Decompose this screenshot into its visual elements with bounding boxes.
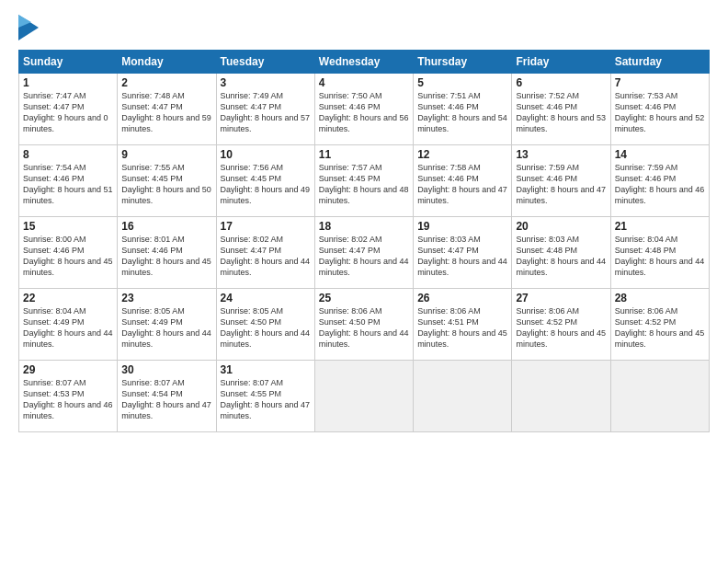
week-row-1: 1Sunrise: 7:47 AMSunset: 4:47 PMDaylight… [19,74,710,145]
empty-cell [314,361,413,432]
day-cell-31: 31Sunrise: 8:07 AMSunset: 4:55 PMDayligh… [216,361,314,432]
week-row-4: 22Sunrise: 8:04 AMSunset: 4:49 PMDayligh… [19,289,710,361]
logo-icon [18,15,39,40]
day-number: 21 [615,220,705,233]
calendar-body: 1Sunrise: 7:47 AMSunset: 4:47 PMDaylight… [19,74,710,432]
day-number: 10 [221,148,311,161]
day-number: 8 [23,148,113,161]
day-cell-14: 14Sunrise: 7:59 AMSunset: 4:46 PMDayligh… [610,145,709,217]
day-info: Sunrise: 7:56 AMSunset: 4:45 PMDaylight:… [221,162,311,207]
day-cell-29: 29Sunrise: 8:07 AMSunset: 4:53 PMDayligh… [19,361,118,432]
day-cell-11: 11Sunrise: 7:57 AMSunset: 4:45 PMDayligh… [314,145,413,217]
day-info: Sunrise: 7:59 AMSunset: 4:46 PMDaylight:… [615,162,705,207]
day-number: 27 [516,292,606,304]
week-row-3: 15Sunrise: 8:00 AMSunset: 4:46 PMDayligh… [19,217,710,289]
day-cell-8: 8Sunrise: 7:54 AMSunset: 4:46 PMDaylight… [19,145,118,217]
day-cell-21: 21Sunrise: 8:04 AMSunset: 4:48 PMDayligh… [610,217,709,289]
calendar-header: SundayMondayTuesdayWednesdayThursdayFrid… [19,51,710,74]
day-cell-22: 22Sunrise: 8:04 AMSunset: 4:49 PMDayligh… [19,289,118,361]
day-info: Sunrise: 7:55 AMSunset: 4:45 PMDaylight:… [121,162,211,207]
day-number: 2 [121,76,211,89]
day-number: 4 [319,76,409,89]
day-cell-18: 18Sunrise: 8:02 AMSunset: 4:47 PMDayligh… [314,217,413,289]
day-info: Sunrise: 8:03 AMSunset: 4:47 PMDaylight:… [417,234,507,279]
day-cell-27: 27Sunrise: 8:06 AMSunset: 4:52 PMDayligh… [512,289,610,361]
day-cell-24: 24Sunrise: 8:05 AMSunset: 4:50 PMDayligh… [216,289,314,361]
day-info: Sunrise: 8:06 AMSunset: 4:52 PMDaylight:… [615,305,705,350]
day-number: 7 [615,76,705,89]
day-number: 23 [121,292,211,304]
day-number: 25 [319,292,409,304]
day-number: 22 [23,292,113,304]
day-info: Sunrise: 7:48 AMSunset: 4:47 PMDaylight:… [121,90,211,135]
day-cell-16: 16Sunrise: 8:01 AMSunset: 4:46 PMDayligh… [118,217,216,289]
header [18,15,710,40]
header-saturday: Saturday [610,51,709,74]
header-friday: Friday [512,51,610,74]
day-number: 17 [221,220,311,233]
week-row-2: 8Sunrise: 7:54 AMSunset: 4:46 PMDaylight… [19,145,710,217]
header-monday: Monday [118,51,216,74]
day-info: Sunrise: 7:49 AMSunset: 4:47 PMDaylight:… [221,90,311,135]
day-cell-19: 19Sunrise: 8:03 AMSunset: 4:47 PMDayligh… [414,217,512,289]
day-cell-7: 7Sunrise: 7:53 AMSunset: 4:46 PMDaylight… [610,74,709,145]
day-info: Sunrise: 7:57 AMSunset: 4:45 PMDaylight:… [319,162,409,207]
header-thursday: Thursday [414,51,512,74]
day-number: 26 [417,292,507,304]
day-cell-12: 12Sunrise: 7:58 AMSunset: 4:46 PMDayligh… [414,145,512,217]
day-info: Sunrise: 7:53 AMSunset: 4:46 PMDaylight:… [615,90,705,135]
day-number: 28 [615,292,705,304]
day-cell-5: 5Sunrise: 7:51 AMSunset: 4:46 PMDaylight… [414,74,512,145]
day-cell-23: 23Sunrise: 8:05 AMSunset: 4:49 PMDayligh… [118,289,216,361]
day-info: Sunrise: 7:54 AMSunset: 4:46 PMDaylight:… [23,162,113,207]
day-number: 20 [516,220,606,233]
day-cell-15: 15Sunrise: 8:00 AMSunset: 4:46 PMDayligh… [19,217,118,289]
header-tuesday: Tuesday [216,51,314,74]
day-info: Sunrise: 8:03 AMSunset: 4:48 PMDaylight:… [516,234,606,279]
header-row: SundayMondayTuesdayWednesdayThursdayFrid… [19,51,710,74]
calendar-table: SundayMondayTuesdayWednesdayThursdayFrid… [18,50,710,432]
day-cell-9: 9Sunrise: 7:55 AMSunset: 4:45 PMDaylight… [118,145,216,217]
day-cell-13: 13Sunrise: 7:59 AMSunset: 4:46 PMDayligh… [512,145,610,217]
day-info: Sunrise: 8:04 AMSunset: 4:48 PMDaylight:… [615,234,705,279]
day-number: 19 [417,220,507,233]
day-info: Sunrise: 8:02 AMSunset: 4:47 PMDaylight:… [319,234,409,279]
day-number: 24 [221,292,311,304]
header-wednesday: Wednesday [314,51,413,74]
day-info: Sunrise: 7:50 AMSunset: 4:46 PMDaylight:… [319,90,409,135]
day-cell-17: 17Sunrise: 8:02 AMSunset: 4:47 PMDayligh… [216,217,314,289]
day-cell-6: 6Sunrise: 7:52 AMSunset: 4:46 PMDaylight… [512,74,610,145]
day-info: Sunrise: 8:04 AMSunset: 4:49 PMDaylight:… [23,305,113,350]
empty-cell [610,361,709,432]
week-row-5: 29Sunrise: 8:07 AMSunset: 4:53 PMDayligh… [19,361,710,432]
day-info: Sunrise: 8:07 AMSunset: 4:53 PMDaylight:… [23,377,113,422]
day-number: 13 [516,148,606,161]
day-info: Sunrise: 8:02 AMSunset: 4:47 PMDaylight:… [221,234,311,279]
day-info: Sunrise: 7:47 AMSunset: 4:47 PMDaylight:… [23,90,113,135]
day-number: 14 [615,148,705,161]
day-number: 12 [417,148,507,161]
day-cell-3: 3Sunrise: 7:49 AMSunset: 4:47 PMDaylight… [216,74,314,145]
day-info: Sunrise: 8:05 AMSunset: 4:50 PMDaylight:… [221,305,311,350]
day-info: Sunrise: 8:06 AMSunset: 4:51 PMDaylight:… [417,305,507,350]
header-sunday: Sunday [19,51,118,74]
day-info: Sunrise: 8:05 AMSunset: 4:49 PMDaylight:… [121,305,211,350]
empty-cell [414,361,512,432]
day-cell-28: 28Sunrise: 8:06 AMSunset: 4:52 PMDayligh… [610,289,709,361]
day-info: Sunrise: 7:58 AMSunset: 4:46 PMDaylight:… [417,162,507,207]
day-number: 18 [319,220,409,233]
day-cell-25: 25Sunrise: 8:06 AMSunset: 4:50 PMDayligh… [314,289,413,361]
day-number: 6 [516,76,606,89]
day-cell-4: 4Sunrise: 7:50 AMSunset: 4:46 PMDaylight… [314,74,413,145]
day-number: 29 [23,363,113,376]
day-cell-20: 20Sunrise: 8:03 AMSunset: 4:48 PMDayligh… [512,217,610,289]
day-info: Sunrise: 8:07 AMSunset: 4:55 PMDaylight:… [221,377,311,422]
day-number: 30 [121,363,211,376]
day-info: Sunrise: 8:07 AMSunset: 4:54 PMDaylight:… [121,377,211,422]
day-number: 31 [221,363,311,376]
day-info: Sunrise: 8:00 AMSunset: 4:46 PMDaylight:… [23,234,113,279]
day-cell-30: 30Sunrise: 8:07 AMSunset: 4:54 PMDayligh… [118,361,216,432]
day-number: 16 [121,220,211,233]
day-number: 9 [121,148,211,161]
day-cell-10: 10Sunrise: 7:56 AMSunset: 4:45 PMDayligh… [216,145,314,217]
